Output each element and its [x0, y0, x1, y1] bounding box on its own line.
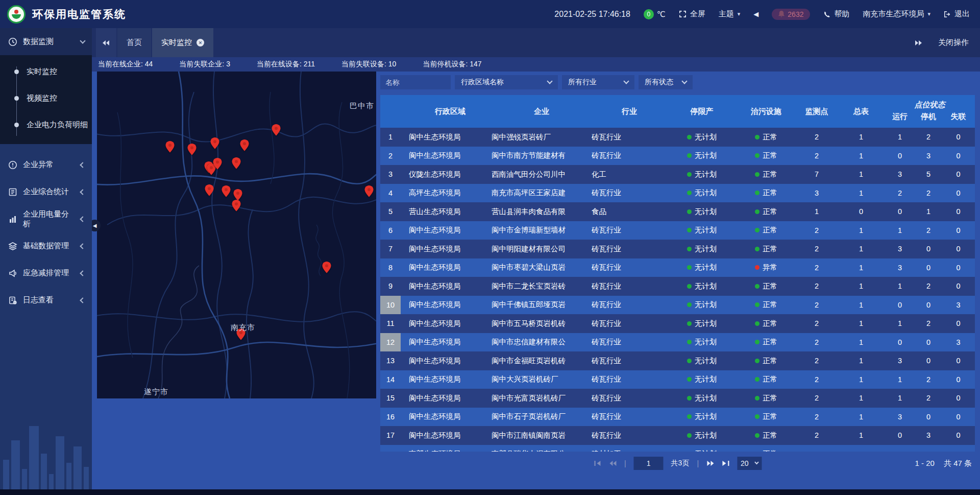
cell-industry: 砖瓦行业	[592, 393, 667, 403]
tab-home[interactable]: 首页	[117, 28, 151, 57]
map-pin-icon[interactable]	[232, 200, 241, 211]
cell-lost: 0	[942, 133, 975, 141]
cell-region: 阆中生态环境局	[401, 300, 492, 310]
map-pin-icon[interactable]	[232, 157, 241, 169]
map-pin-icon[interactable]	[165, 141, 175, 153]
sidebar-item-emergency[interactable]: 应急减排管理	[0, 260, 92, 287]
page-number-input[interactable]: 1	[634, 457, 664, 470]
table-row[interactable]: 9 阆中生态环境局 阆中市二龙长宝页岩砖 砖瓦行业 无计划 正常 2 1 1 2…	[380, 277, 975, 296]
map-pin-icon[interactable]	[210, 137, 219, 149]
map-pin-icon[interactable]	[364, 185, 374, 197]
name-search-input[interactable]	[380, 75, 451, 89]
notification-badge[interactable]: 2632	[772, 9, 810, 20]
fullscreen-button[interactable]: 全屏	[679, 9, 705, 19]
sidebar-item-data-monitor[interactable]: 数据监测	[0, 28, 92, 55]
cell-region: 阆中生态环境局	[401, 319, 492, 328]
cell-monitor: 3	[796, 189, 838, 197]
cell-industry: 砖瓦行业	[592, 225, 667, 235]
cell-industry: 砖瓦行业	[592, 337, 667, 347]
tabs-scroll-right-button[interactable]	[915, 40, 923, 46]
table-row[interactable]: 16 阆中生态环境局 阆中市石子页岩机砖厂 砖瓦行业 无计划 正常 2 1 3 …	[380, 408, 975, 427]
col-stop: 停机	[915, 110, 942, 123]
cell-lost: 3	[942, 301, 975, 309]
sidebar-item-video-monitor[interactable]: 视频监控	[0, 85, 92, 111]
cell-region: 阆中生态环境局	[401, 225, 492, 235]
pager-divider	[697, 459, 699, 467]
table-row[interactable]: 10 阆中生态环境局 阆中千佛镇五郎垭页岩 砖瓦行业 无计划 正常 2 1 0 …	[380, 296, 975, 315]
map-panel[interactable]: 巴中市南充市遂宁市	[97, 72, 376, 398]
report-icon	[8, 187, 17, 197]
limit-status-dot	[687, 359, 692, 363]
status-select[interactable]: 所有状态	[639, 75, 693, 89]
cell-lost: 0	[942, 189, 975, 197]
map-pin-icon[interactable]	[233, 189, 242, 201]
table-row[interactable]: 12 阆中生态环境局 阆中市忠信建材有限公 砖瓦行业 无计划 正常 2 1 0 …	[380, 333, 975, 352]
table-row[interactable]: 13 阆中生态环境局 阆中市金福旺页岩机砖 砖瓦行业 无计划 正常 2 1 3 …	[380, 351, 975, 370]
cell-stop: 0	[915, 301, 942, 309]
cell-meter: 1	[838, 282, 885, 290]
map-pin-icon[interactable]	[213, 158, 222, 170]
region-select[interactable]: 行政区域名称	[455, 75, 558, 89]
table-row[interactable]: 7 阆中生态环境局 阆中明阳建材有限公司 砖瓦行业 无计划 正常 2 1 3 0…	[380, 240, 975, 258]
last-page-button[interactable]	[722, 460, 729, 466]
app-logo	[7, 5, 26, 23]
sidebar-item-power-analysis[interactable]: 企业用电量分析	[0, 205, 92, 232]
theme-menu[interactable]: 主题 ▾	[719, 9, 741, 19]
map-pin-icon[interactable]	[187, 144, 197, 155]
clock-icon	[8, 37, 17, 46]
table-row[interactable]: 1 阆中生态环境局 阆中强锐页岩砖厂 砖瓦行业 无计划 正常 2 1 1 2 0	[380, 128, 975, 147]
table-row[interactable]: 8 阆中生态环境局 阆中市枣碧大梁山页岩 砖瓦行业 无计划 异常 2 1 3 0…	[380, 258, 975, 277]
table-row[interactable]: 17 阆中生态环境局 阆中市江南镇阆南页岩 砖瓦行业 无计划 正常 2 1 0 …	[380, 426, 975, 445]
table-row[interactable]: 6 阆中生态环境局 阆中市金博瑞新型墙材 砖瓦行业 无计划 正常 2 1 1 2…	[380, 221, 975, 240]
row-index: 6	[380, 221, 401, 240]
sound-toggle[interactable]: ◀	[753, 10, 758, 18]
close-icon[interactable]: ✕	[197, 39, 204, 46]
logout-button[interactable]: 退出	[944, 9, 970, 19]
tab-realtime-monitor[interactable]: 实时监控 ✕	[152, 28, 213, 57]
limit-status-dot	[687, 135, 692, 139]
limit-status-dot	[687, 414, 692, 419]
table-row[interactable]: 5 营山生态环境局 营山县润丰肉食品有限 食品 无计划 正常 1 0 0 1 0	[380, 202, 975, 221]
table-row[interactable]: 18 南部生态环境局 南部县瑞华山泥有限公 建材加工 无计划 正常 5 0 0 …	[380, 445, 975, 452]
facility-status-dot	[755, 359, 760, 363]
org-menu[interactable]: 南充市生态环境局 ▾	[863, 9, 930, 19]
cell-facility: 正常	[737, 281, 796, 291]
cell-meter: 0	[838, 207, 885, 216]
map-pin-icon[interactable]	[222, 185, 231, 197]
cell-monitor: 2	[796, 413, 838, 421]
sidebar-item-logs[interactable]: 日志查看	[0, 287, 92, 314]
map-pin-icon[interactable]	[322, 262, 331, 273]
sidebar-item-power-load-detail[interactable]: 企业电力负荷明细	[0, 111, 92, 138]
prev-page-button[interactable]	[609, 460, 617, 466]
table-row[interactable]: 15 阆中生态环境局 阆中市光富页岩机砖厂 砖瓦行业 无计划 正常 2 1 1 …	[380, 389, 975, 408]
table-row[interactable]: 2 阆中生态环境局 阆中市南方节能建材有 砖瓦行业 无计划 正常 2 1 0 3…	[380, 147, 975, 166]
help-button[interactable]: 帮助	[823, 9, 849, 19]
tabs-scroll-left-button[interactable]	[96, 28, 116, 57]
cell-company: 阆中市石子页岩机砖厂	[492, 412, 592, 421]
table-row[interactable]: 14 阆中生态环境局 阆中大兴页岩机砖厂 砖瓦行业 无计划 正常 2 1 1 2…	[380, 370, 975, 389]
cell-company: 南充市高坪区王家店建	[492, 188, 592, 198]
facility-status-dot	[755, 172, 760, 177]
table-row[interactable]: 4 高坪生态环境局 南充市高坪区王家店建 砖瓦行业 无计划 正常 3 1 2 2…	[380, 184, 975, 203]
sidebar-item-realtime-monitor[interactable]: 实时监控	[0, 58, 92, 85]
map-pin-icon[interactable]	[240, 139, 249, 151]
limit-status-dot	[687, 153, 692, 158]
stat-online-enterprises: 当前在线企业44	[98, 60, 153, 69]
map-pin-icon[interactable]	[205, 184, 214, 196]
page-size-select[interactable]: 20	[737, 457, 762, 470]
sidebar-item-enterprise-abnormal[interactable]: 企业异常	[0, 151, 92, 178]
row-index: 17	[380, 426, 401, 445]
close-operations-menu[interactable]: 关闭操作	[938, 38, 969, 48]
industry-select[interactable]: 所有行业	[562, 75, 634, 89]
map-pin-icon[interactable]	[272, 124, 281, 136]
next-page-button[interactable]	[706, 460, 714, 466]
cell-meter: 1	[838, 375, 885, 384]
row-index: 16	[380, 408, 401, 427]
total-count-label: 共 47 条	[944, 459, 972, 468]
table-row[interactable]: 11 阆中生态环境局 阆中市五马桥页岩机砖 砖瓦行业 无计划 正常 2 1 1 …	[380, 314, 975, 333]
sidebar-item-enterprise-stats[interactable]: 企业综合统计	[0, 178, 92, 205]
sidebar-item-base-data[interactable]: 基础数据管理	[0, 232, 92, 260]
first-page-button[interactable]	[594, 460, 601, 466]
table-row[interactable]: 3 仪陇生态环境局 西南油气田分公司川中 化工 无计划 正常 7 1 3 5 0	[380, 165, 975, 184]
cell-monitor: 2	[796, 264, 838, 272]
